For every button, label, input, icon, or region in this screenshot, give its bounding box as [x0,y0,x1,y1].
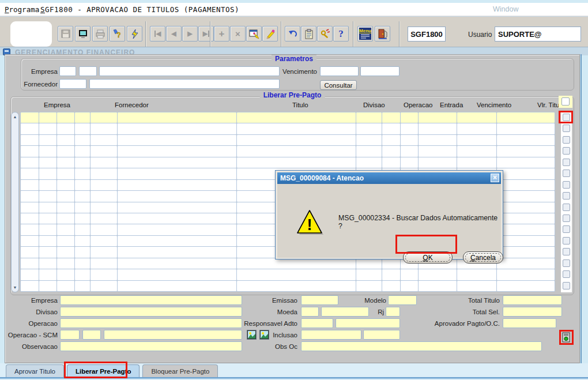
grid-cell[interactable] [117,134,237,146]
execute-button[interactable] [127,26,142,42]
grid-cell[interactable] [356,280,382,292]
grid-cell[interactable] [74,224,91,235]
grid-cell[interactable] [56,258,75,269]
detail-responsavel-code-field[interactable] [301,318,333,328]
grid-cell[interactable] [74,112,91,123]
save-button[interactable] [58,26,73,42]
delete-record-button[interactable]: × [230,26,246,42]
grid-cell[interactable] [74,134,91,146]
grid-cell[interactable] [56,179,75,191]
grid-cell[interactable] [90,190,118,202]
param-vencimento-to-input[interactable] [360,66,399,76]
grid-cell[interactable] [90,168,118,179]
grid-cell[interactable] [90,280,118,292]
grid-cell[interactable] [496,235,555,247]
enter-query-button[interactable] [246,26,262,42]
grid-cell[interactable] [74,157,91,168]
grid-cell[interactable] [39,157,57,168]
grid-cell[interactable] [39,168,57,179]
grid-cell[interactable] [117,235,237,247]
grid-cell[interactable] [418,145,457,157]
grid-cell[interactable] [90,179,118,191]
row-select-checkbox[interactable] [563,259,570,267]
grid-cell[interactable] [56,280,75,292]
grid-cell[interactable] [236,123,356,134]
detail-total-sel-field[interactable] [503,307,562,317]
grid-cell[interactable] [39,202,57,213]
row-select-checkbox[interactable] [563,248,570,255]
grid-cell[interactable] [418,269,457,280]
print-button[interactable] [92,26,108,42]
grid-cell[interactable] [117,145,237,157]
detail-total-titulo-field[interactable] [503,295,562,305]
grid-cell[interactable] [117,112,237,123]
grid-cell[interactable] [382,145,401,157]
menu-window[interactable]: Window [493,5,518,13]
grid-cell[interactable] [457,280,497,292]
grid-cell[interactable] [74,213,91,224]
grid-cell[interactable] [39,190,57,202]
previous-record-button[interactable]: ◀ [166,26,182,42]
detail-operacao-scm-code1-field[interactable] [60,330,80,340]
grid-cell[interactable] [74,269,91,280]
grid-cell[interactable] [496,269,555,280]
grid-cell[interactable] [117,213,237,224]
grid-cell[interactable] [56,224,75,235]
grid-cell[interactable] [382,157,401,168]
grid-cell[interactable] [117,258,237,269]
help-button[interactable]: ? [333,26,349,42]
grid-cell[interactable] [457,112,497,123]
param-empresa-code2-input[interactable] [79,66,97,76]
row-select-checkbox[interactable] [563,237,570,244]
param-empresa-name-input[interactable] [99,66,280,76]
grid-cell[interactable] [56,168,75,179]
grid-cell[interactable] [56,112,75,123]
grid-cell[interactable] [496,246,555,258]
cancel-button[interactable]: Cancela [463,251,503,264]
grid-cell[interactable] [90,145,118,157]
grid-cell[interactable] [400,134,419,146]
grid-cell[interactable] [356,112,382,123]
grid-cell[interactable] [39,123,57,134]
row-select-checkbox[interactable] [563,181,570,189]
grid-cell[interactable] [117,179,237,191]
row-select-checkbox[interactable] [563,136,570,144]
grid-cell[interactable] [117,190,237,202]
grid-cell[interactable] [56,157,75,168]
grid-cell[interactable] [400,145,419,157]
grid-cell[interactable] [382,280,401,292]
grid-cell[interactable] [457,123,497,134]
scroll-up-icon[interactable]: ▲ [12,113,18,121]
next-record-button[interactable]: ▶ [182,26,198,42]
grid-cell[interactable] [20,123,39,134]
grid-cell[interactable] [236,280,356,292]
grid-cell[interactable] [56,134,75,146]
grid-cell[interactable] [74,280,91,292]
first-record-button[interactable]: ◀ [150,26,165,42]
grid-cell[interactable] [496,112,555,123]
grid-cell[interactable] [400,123,419,134]
grid-cell[interactable] [20,112,39,123]
grid-cell[interactable] [236,134,356,146]
grid-cell[interactable] [90,235,118,247]
detail-operacao-field[interactable] [60,318,242,328]
insert-record-button[interactable]: + [214,26,229,42]
grid-cell[interactable] [90,134,118,146]
grid-cell[interactable] [39,179,57,191]
grid-cell[interactable] [496,190,555,202]
grid-cell[interactable] [236,112,356,123]
grid-cell[interactable] [74,168,91,179]
detail-modelo-field[interactable] [388,295,417,305]
grid-cell[interactable] [39,235,57,247]
grid-cell[interactable] [74,145,91,157]
menu-programa[interactable]: Programa [5,5,39,14]
grid-cell[interactable] [20,190,39,202]
grid-cell[interactable] [39,145,57,157]
grid-cell[interactable] [39,134,57,146]
grid-cell[interactable] [117,157,237,168]
grid-cell[interactable] [56,246,75,258]
grid-cell[interactable] [56,235,75,247]
row-select-checkbox[interactable] [563,215,570,222]
param-fornecedor-name-input[interactable] [89,79,280,89]
detail-divisao-field[interactable] [60,307,242,317]
